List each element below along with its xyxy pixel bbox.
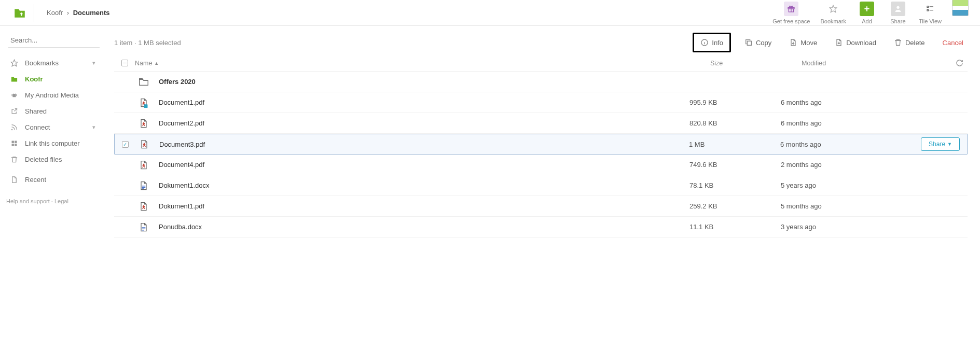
row-checkbox[interactable] xyxy=(115,141,135,148)
user-avatar[interactable] xyxy=(952,0,969,16)
sidebar: Bookmarks ▾ Koofr My Android Media Share… xyxy=(0,26,104,237)
delete-label: Delete xyxy=(905,39,925,47)
copy-icon xyxy=(744,38,753,47)
folder-icon xyxy=(135,76,153,88)
add-button[interactable]: Add xyxy=(857,2,877,24)
file-icon xyxy=(135,138,153,150)
info-button[interactable]: Info xyxy=(693,33,731,52)
breadcrumb-current: Documents xyxy=(73,9,110,17)
row-name-cell[interactable]: Dokument1.docx xyxy=(135,180,689,191)
table-row[interactable]: Ponudba.docx11.1 KB3 years ago xyxy=(114,217,968,237)
row-name-cell[interactable]: Document3.pdf xyxy=(135,138,689,150)
row-modified: 5 months ago xyxy=(781,202,926,210)
chevron-down-icon: ▾ xyxy=(92,60,95,66)
sidebar-item-label: Shared xyxy=(25,107,47,115)
row-size: 1 MB xyxy=(689,141,780,148)
sidebar-item-koofr[interactable]: Koofr xyxy=(5,71,99,87)
cancel-button[interactable]: Cancel xyxy=(938,36,968,50)
person-icon xyxy=(891,2,905,16)
svg-rect-12 xyxy=(16,94,17,96)
sidebar-item-label: Koofr xyxy=(25,75,43,83)
file-name: Document4.pdf xyxy=(159,161,204,169)
row-size: 820.8 KB xyxy=(689,119,781,127)
row-name-cell[interactable]: Document2.pdf xyxy=(135,118,689,129)
table-row[interactable]: Dokument1.docx78.1 KB5 years ago xyxy=(114,175,968,196)
breadcrumb-separator: › xyxy=(67,9,69,17)
row-size: 11.1 KB xyxy=(689,223,781,231)
svg-point-4 xyxy=(896,6,899,8)
sidebar-item-label: Link this computer xyxy=(25,139,80,147)
table-row[interactable]: Dokument1.pdf259.2 KB5 months ago xyxy=(114,196,968,217)
sort-asc-icon: ▲ xyxy=(154,61,159,66)
table-row[interactable]: Document2.pdf820.8 KB6 months ago xyxy=(114,113,968,134)
row-size: 78.1 KB xyxy=(689,181,781,189)
sidebar-item-label: Bookmarks xyxy=(25,59,59,67)
share-button[interactable]: Share ▼ xyxy=(921,137,960,151)
row-name-cell[interactable]: Document1.pdf xyxy=(135,97,689,108)
koofr-icon xyxy=(8,75,20,83)
bookmark-button[interactable]: Bookmark xyxy=(820,2,846,24)
star-icon xyxy=(826,2,840,16)
column-size[interactable]: Size xyxy=(710,60,802,67)
topbar: Koofr › Documents Get free space Bookmar… xyxy=(0,0,980,26)
move-button[interactable]: Move xyxy=(785,35,821,50)
breadcrumb-root[interactable]: Koofr xyxy=(47,9,63,17)
row-name-cell[interactable]: Ponudba.docx xyxy=(135,221,689,233)
table-header: Name ▲ Size Modified xyxy=(114,55,968,72)
external-link-icon xyxy=(8,107,20,115)
row-size: 259.2 KB xyxy=(689,202,781,210)
sidebar-item-bookmarks[interactable]: Bookmarks ▾ xyxy=(5,55,99,71)
table-row[interactable]: Document4.pdf749.6 KB2 months ago xyxy=(114,155,968,175)
app-logo[interactable] xyxy=(5,4,34,22)
share-top-button[interactable]: Share xyxy=(888,2,908,24)
select-all-checkbox[interactable] xyxy=(114,60,135,66)
file-name: Document2.pdf xyxy=(159,119,204,127)
download-label: Download xyxy=(846,39,876,47)
android-icon xyxy=(8,91,20,99)
table-row[interactable]: Document1.pdf995.9 KB6 months ago xyxy=(114,92,968,113)
column-name[interactable]: Name ▲ xyxy=(135,60,710,67)
svg-marker-7 xyxy=(11,60,18,66)
sidebar-item-android[interactable]: My Android Media xyxy=(5,87,99,103)
file-icon xyxy=(135,118,153,129)
svg-rect-11 xyxy=(11,94,12,96)
row-name-cell[interactable]: Dokument1.pdf xyxy=(135,201,689,212)
row-actions: Share ▼ xyxy=(926,137,967,151)
search-input[interactable] xyxy=(8,33,100,48)
selection-bar: 1 item · 1 MB selected Info Copy Move Do… xyxy=(114,33,968,52)
download-button[interactable]: Download xyxy=(831,35,880,50)
koofr-logo-icon xyxy=(13,6,26,20)
sidebar-item-shared[interactable]: Shared xyxy=(5,103,99,119)
sidebar-footer[interactable]: Help and support · Legal xyxy=(5,198,99,204)
file-icon xyxy=(135,159,153,171)
sidebar-item-label: My Android Media xyxy=(25,91,79,99)
svg-marker-3 xyxy=(830,5,837,12)
file-name: Document1.pdf xyxy=(159,99,204,106)
table-row[interactable]: Offers 2020 xyxy=(114,72,968,92)
file-name: Ponudba.docx xyxy=(159,223,202,231)
info-icon xyxy=(700,38,709,47)
top-actions: Get free space Bookmark Add Share Tile V… xyxy=(772,2,975,24)
column-name-label: Name xyxy=(135,60,152,67)
table-row[interactable]: Document3.pdf1 MB6 months agoShare ▼ xyxy=(114,134,968,155)
sidebar-item-recent[interactable]: Recent xyxy=(5,172,99,188)
get-free-space-button[interactable]: Get free space xyxy=(772,2,810,24)
info-label: Info xyxy=(712,39,723,47)
row-name-cell[interactable]: Document4.pdf xyxy=(135,159,689,171)
copy-button[interactable]: Copy xyxy=(740,35,776,50)
file-name: Dokument1.pdf xyxy=(159,202,204,210)
sidebar-item-connect[interactable]: Connect ▾ xyxy=(5,119,99,135)
row-name-cell[interactable]: Offers 2020 xyxy=(135,76,689,88)
tile-view-button[interactable]: Tile View xyxy=(919,2,942,24)
delete-button[interactable]: Delete xyxy=(890,35,929,50)
breadcrumb: Koofr › Documents xyxy=(47,9,109,17)
svg-point-9 xyxy=(13,93,13,93)
sidebar-item-link-computer[interactable]: Link this computer xyxy=(5,135,99,151)
file-name: Document3.pdf xyxy=(159,141,205,148)
chevron-down-icon: ▼ xyxy=(947,142,952,147)
sidebar-item-deleted[interactable]: Deleted files xyxy=(5,151,99,167)
star-icon xyxy=(8,59,20,67)
refresh-button[interactable] xyxy=(947,59,968,67)
svg-rect-20 xyxy=(144,104,148,108)
column-modified[interactable]: Modified xyxy=(802,60,947,67)
